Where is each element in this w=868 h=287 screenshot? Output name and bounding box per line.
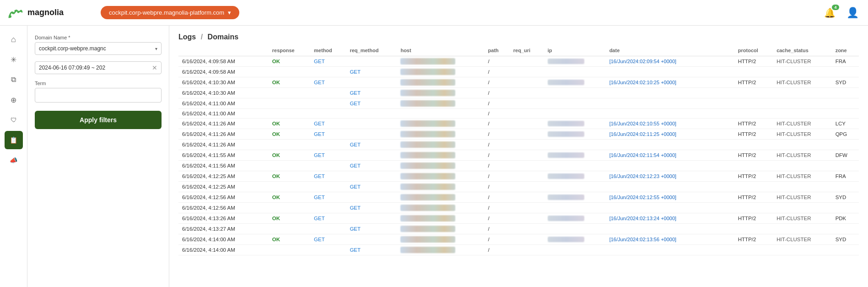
svg-point-2 [15,10,17,12]
table-cell [773,182,832,192]
table-cell: GET [310,119,346,129]
table-cell [773,88,832,98]
table-cell: GET [346,203,397,213]
table-cell: / [485,150,510,161]
col-date: date [606,45,734,56]
table-cell [346,77,397,88]
brand-name: magnolia [27,8,64,17]
table-cell [773,203,832,213]
table-cell [544,129,606,140]
apply-filters-button[interactable]: Apply filters [35,111,162,129]
table-cell [397,77,484,88]
nav-item-network[interactable]: ⊕ [5,91,23,109]
table-cell: SYD [832,234,859,245]
table-cell: OK [269,77,310,88]
table-cell: QPG [832,129,859,140]
table-cell: [16/Jun/2024:02:13:56 +0000] [606,234,734,245]
nav-item-rules[interactable]: ✳ [5,50,23,69]
svg-point-3 [17,11,20,13]
col-cache-status: cache_status [773,45,832,56]
table-cell [397,192,484,203]
nav-item-layers[interactable]: ⧉ [5,70,23,89]
table-cell: OK [269,213,310,224]
table-cell [510,98,544,109]
svg-point-1 [12,11,14,14]
table-cell: GET [310,213,346,224]
table-cell [510,203,544,213]
table-cell: 6/16/2024, 4:13:26 AM [178,213,269,224]
table-cell: / [485,245,510,255]
table-cell: / [485,67,510,77]
table-cell: / [485,192,510,203]
table-cell [734,88,773,98]
filter-sidebar: Domain Name * ▾ ✕ Term Apply filters [27,26,169,287]
logs-table: response method req_method host path req… [178,45,859,255]
notifications-button[interactable]: 🔔 4 [822,5,837,20]
network-icon: ⊕ [11,96,16,104]
layers-icon: ⧉ [11,76,16,84]
table-cell: HTTP/2 [734,119,773,129]
table-cell: GET [346,245,397,255]
table-cell: HTTP/2 [734,77,773,88]
domain-selector[interactable]: cockpit.corp-webpre.magnolia-platform.co… [101,6,239,19]
table-cell: OK [269,129,310,140]
table-cell: HIT-CLUSTER [773,192,832,203]
table-cell: HIT-CLUSTER [773,213,832,224]
table-cell [510,245,544,255]
table-cell [734,203,773,213]
user-profile-button[interactable]: 👤 [845,5,861,21]
logs-icon: 📋 [10,136,17,144]
nav-item-shield[interactable]: 🛡 [5,111,23,129]
table-cell [544,245,606,255]
table-row: 6/16/2024, 4:11:00 AM/ [178,109,859,119]
table-cell [346,234,397,245]
notification-badge: 4 [832,5,839,10]
table-cell: HIT-CLUSTER [773,234,832,245]
table-cell [510,129,544,140]
table-cell [510,77,544,88]
table-cell [510,88,544,98]
table-cell: / [485,98,510,109]
nav-item-home[interactable]: ⌂ [5,30,23,49]
domain-field-input[interactable]: ▾ [35,42,162,55]
nav-item-announcements[interactable]: 📣 [5,151,23,169]
table-cell [346,150,397,161]
date-range-input[interactable] [39,65,149,71]
table-row: 6/16/2024, 4:10:30 AMGET/ [178,88,859,98]
table-cell: GET [346,224,397,234]
table-cell [510,161,544,171]
term-input[interactable] [35,88,162,103]
table-cell [310,98,346,109]
table-cell [269,109,310,119]
table-cell [734,140,773,150]
table-cell: 6/16/2024, 4:14:00 AM [178,234,269,245]
table-cell [397,213,484,224]
table-cell [346,171,397,182]
col-response: response [269,45,310,56]
table-cell [510,192,544,203]
table-cell [310,182,346,192]
col-ip: ip [544,45,606,56]
table-row: 6/16/2024, 4:11:00 AMGET/ [178,98,859,109]
clear-date-icon[interactable]: ✕ [152,65,157,71]
date-field-input[interactable]: ✕ [35,61,162,74]
table-cell: HIT-CLUSTER [773,129,832,140]
table-cell [544,150,606,161]
table-cell: / [485,182,510,192]
table-cell [832,203,859,213]
table-cell: GET [346,67,397,77]
table-cell: / [485,213,510,224]
table-cell: 6/16/2024, 4:11:26 AM [178,119,269,129]
table-cell [269,88,310,98]
table-row: 6/16/2024, 4:11:55 AMOKGET/[16/Jun/2024:… [178,150,859,161]
table-cell [606,140,734,150]
table-cell [544,88,606,98]
table-cell: / [485,140,510,150]
domain-input[interactable] [39,45,152,52]
table-cell: [16/Jun/2024:02:13:24 +0000] [606,213,734,224]
table-cell: 6/16/2024, 4:11:26 AM [178,129,269,140]
col-method: method [310,45,346,56]
table-cell [544,161,606,171]
nav-item-logs[interactable]: 📋 [5,131,23,149]
table-cell [510,224,544,234]
